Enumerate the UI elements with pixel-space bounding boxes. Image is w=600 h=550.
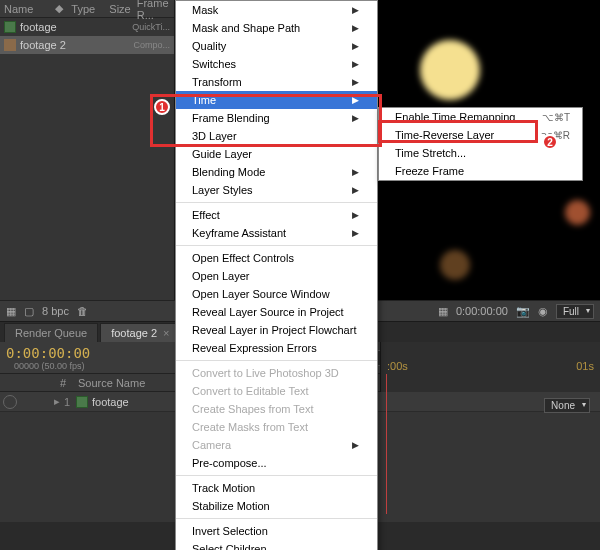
- menu-item-camera: Camera▶: [176, 436, 377, 454]
- menu-item-frame-blending[interactable]: Frame Blending▶: [176, 109, 377, 127]
- bokeh-light: [565, 200, 590, 225]
- submenu-arrow-icon: ▶: [352, 5, 359, 15]
- submenu-arrow-icon: ▶: [352, 113, 359, 123]
- bpc-toggle[interactable]: 8 bpc: [42, 305, 69, 317]
- callout-badge-2: 2: [542, 134, 558, 150]
- layer-num: 1: [64, 396, 76, 408]
- ruler-tick: 01s: [576, 360, 594, 372]
- menu-item-layer-styles[interactable]: Layer Styles▶: [176, 181, 377, 199]
- submenu-arrow-icon: ▶: [352, 41, 359, 51]
- menu-separator: [176, 202, 377, 203]
- callout-badge-1: 1: [154, 99, 170, 115]
- menu-item-switches[interactable]: Switches▶: [176, 55, 377, 73]
- col-name[interactable]: Name: [4, 3, 55, 15]
- col-size[interactable]: Size: [109, 3, 130, 15]
- bokeh-light: [440, 250, 470, 280]
- project-item-footage2[interactable]: footage 2 Compo...: [0, 36, 174, 54]
- menu-item-stabilize-motion[interactable]: Stabilize Motion: [176, 497, 377, 515]
- keyboard-shortcut: ⌥⌘T: [542, 112, 570, 123]
- submenu-arrow-icon: ▶: [352, 210, 359, 220]
- menu-item-reveal-layer-source-in-project[interactable]: Reveal Layer Source in Project: [176, 303, 377, 321]
- menu-item-guide-layer[interactable]: Guide Layer: [176, 145, 377, 163]
- menu-item-select-children[interactable]: Select Children: [176, 540, 377, 550]
- menu-separator: [176, 360, 377, 361]
- submenu-arrow-icon: ▶: [352, 185, 359, 195]
- menu-item-3d-layer[interactable]: 3D Layer: [176, 127, 377, 145]
- resolution-dropdown[interactable]: Full: [556, 304, 594, 319]
- menu-item-mask-and-shape-path[interactable]: Mask and Shape Path▶: [176, 19, 377, 37]
- menu-item-reveal-layer-in-project-flowchart[interactable]: Reveal Layer in Project Flowchart: [176, 321, 377, 339]
- bokeh-light: [420, 40, 480, 100]
- submenu-item-enable-time-remapping[interactable]: Enable Time Remapping⌥⌘T: [379, 108, 582, 126]
- menu-item-keyframe-assistant[interactable]: Keyframe Assistant▶: [176, 224, 377, 242]
- menu-item-open-effect-controls[interactable]: Open Effect Controls: [176, 249, 377, 267]
- menu-item-transform[interactable]: Transform▶: [176, 73, 377, 91]
- comp-icon: [4, 39, 16, 51]
- menu-item-track-motion[interactable]: Track Motion: [176, 479, 377, 497]
- item-type: Compo...: [133, 40, 170, 50]
- menu-item-reveal-expression-errors[interactable]: Reveal Expression Errors: [176, 339, 377, 357]
- item-type: QuickTi...: [132, 22, 170, 32]
- menu-item-invert-selection[interactable]: Invert Selection: [176, 522, 377, 540]
- menu-item-open-layer-source-window[interactable]: Open Layer Source Window: [176, 285, 377, 303]
- menu-item-blending-mode[interactable]: Blending Mode▶: [176, 163, 377, 181]
- trash-icon[interactable]: 🗑: [77, 305, 88, 317]
- current-timecode[interactable]: 0:00:00:00: [6, 345, 90, 361]
- parent-dropdown[interactable]: None: [544, 398, 590, 413]
- menu-item-quality[interactable]: Quality▶: [176, 37, 377, 55]
- menu-item-effect[interactable]: Effect▶: [176, 206, 377, 224]
- frame-info: 00000 (50.00 fps): [14, 361, 90, 371]
- menu-item-mask[interactable]: Mask▶: [176, 1, 377, 19]
- col-num[interactable]: #: [60, 377, 78, 389]
- bin-icon[interactable]: ▦: [6, 305, 16, 318]
- film-icon: [4, 21, 16, 33]
- project-item-footage[interactable]: footage QuickTi...: [0, 18, 174, 36]
- menu-item-create-shapes-from-text: Create Shapes from Text: [176, 400, 377, 418]
- col-label-icon[interactable]: ◆: [55, 2, 63, 15]
- col-source[interactable]: Source Name: [78, 377, 178, 389]
- folder-icon[interactable]: ▢: [24, 305, 34, 318]
- preview-time[interactable]: 0:00:00:00: [456, 305, 508, 317]
- menu-item-time[interactable]: Time▶: [176, 91, 377, 109]
- grid-icon[interactable]: ▦: [438, 305, 448, 318]
- visibility-toggle[interactable]: [3, 395, 17, 409]
- col-framerate[interactable]: Frame R...: [137, 0, 170, 21]
- menu-item-open-layer[interactable]: Open Layer: [176, 267, 377, 285]
- channel-icon[interactable]: ◉: [538, 305, 548, 318]
- layer-name: footage: [92, 396, 129, 408]
- tab-composition[interactable]: footage 2×: [100, 323, 180, 342]
- twirl-icon[interactable]: ▸: [54, 395, 60, 408]
- item-name: footage 2: [20, 39, 66, 51]
- item-name: footage: [20, 21, 57, 33]
- menu-separator: [176, 518, 377, 519]
- project-panel: Name ◆ Type Size Frame R... footage Quic…: [0, 0, 175, 300]
- time-ruler[interactable]: :00s 01s: [380, 342, 600, 392]
- tab-render-queue[interactable]: Render Queue: [4, 323, 98, 342]
- close-icon[interactable]: ×: [163, 327, 169, 339]
- col-type[interactable]: Type: [71, 3, 103, 15]
- submenu-arrow-icon: ▶: [352, 95, 359, 105]
- menu-separator: [176, 475, 377, 476]
- submenu-arrow-icon: ▶: [352, 77, 359, 87]
- menu-item-create-masks-from-text: Create Masks from Text: [176, 418, 377, 436]
- playhead[interactable]: [386, 374, 387, 514]
- menu-item-convert-to-editable-text: Convert to Editable Text: [176, 382, 377, 400]
- submenu-arrow-icon: ▶: [352, 167, 359, 177]
- menu-separator: [176, 245, 377, 246]
- submenu-arrow-icon: ▶: [352, 23, 359, 33]
- submenu-item-freeze-frame[interactable]: Freeze Frame: [379, 162, 582, 180]
- submenu-arrow-icon: ▶: [352, 228, 359, 238]
- submenu-arrow-icon: ▶: [352, 440, 359, 450]
- snapshot-icon[interactable]: 📷: [516, 305, 530, 318]
- project-header: Name ◆ Type Size Frame R...: [0, 0, 174, 18]
- film-icon: [76, 396, 88, 408]
- submenu-arrow-icon: ▶: [352, 59, 359, 69]
- menu-item-convert-to-live-photoshop-3d: Convert to Live Photoshop 3D: [176, 364, 377, 382]
- menu-item-pre-compose-[interactable]: Pre-compose...: [176, 454, 377, 472]
- context-menu: Mask▶Mask and Shape Path▶Quality▶Switche…: [175, 0, 378, 550]
- ruler-tick: :00s: [387, 360, 408, 372]
